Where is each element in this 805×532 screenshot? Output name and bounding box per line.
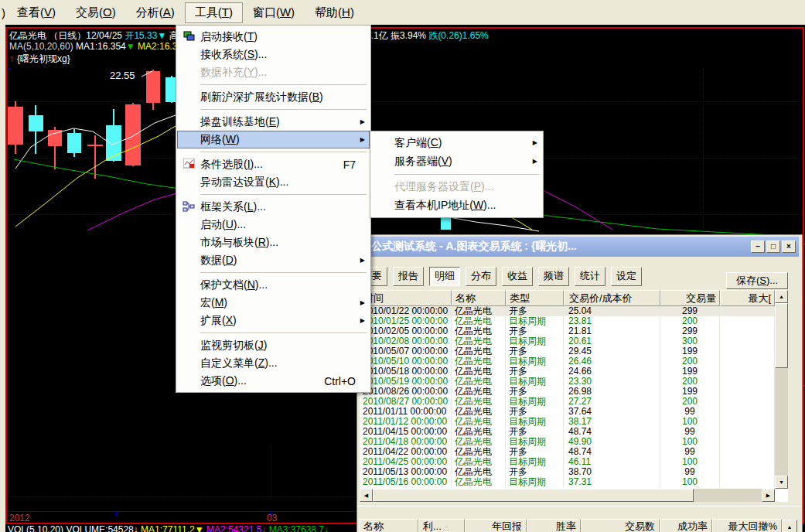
- table-row[interactable]: 2010/01/25 00:00:00亿晶光电目标周期23.81200: [360, 316, 775, 326]
- table-cell: 亿晶光电: [452, 367, 506, 377]
- table-cell: 开多: [506, 326, 564, 336]
- table-row[interactable]: 2010/08/27 00:00:00亿晶光电目标周期27.27200: [360, 397, 775, 407]
- table-row[interactable]: 2011/05/13 00:00:00亿晶光电开多38.7099: [360, 467, 775, 477]
- ma-values-line: MA(5,10,20,60) MA1:16.354▼ MA2:16.33: [9, 41, 182, 52]
- column-header[interactable]: 时间: [360, 290, 452, 306]
- summary-column-header[interactable]: 利...△: [418, 519, 465, 532]
- blank-icon: [177, 91, 200, 104]
- menu-item: 数据补充(Y)...: [177, 63, 370, 81]
- table-row[interactable]: 2011/04/15 00:00:00亿晶光电开多48.7499: [360, 427, 775, 437]
- summary-column-header[interactable]: 最大回撤%: [712, 519, 782, 532]
- menu-item[interactable]: 宏(M)▶: [177, 294, 370, 312]
- scroll-right-button[interactable]: ▶: [762, 489, 775, 502]
- table-cell: 开多: [506, 407, 564, 417]
- column-header[interactable]: 最大[: [720, 290, 775, 306]
- price-label: 22.55: [110, 70, 135, 81]
- menu-item[interactable]: 扩展(X)▶: [177, 312, 370, 329]
- menu-item[interactable]: 异动雷达设置(K)...: [177, 173, 370, 191]
- table-row[interactable]: 2011/05/16 00:00:00亿晶光电目标周期37.31100: [360, 477, 775, 487]
- summary-column-header[interactable]: 胜率: [527, 519, 581, 532]
- menu-item[interactable]: 客户端(C)▶: [371, 134, 542, 152]
- vertical-scrollbar[interactable]: ▲ ▼: [775, 290, 788, 489]
- table-cell: 99: [660, 467, 720, 477]
- menubar-item[interactable]: 帮助(H): [305, 2, 364, 23]
- table-cell: 亿晶光电: [452, 467, 506, 477]
- menu-separator: [394, 174, 539, 175]
- signal-text: {曙光初现xg}: [17, 53, 70, 64]
- save-button[interactable]: 保存(S)...: [726, 272, 788, 289]
- menu-item[interactable]: 市场与板块(R)...: [177, 234, 370, 251]
- menu-item[interactable]: 接收系统(S)...: [177, 46, 370, 63]
- menu-item[interactable]: 启动(U)...: [177, 216, 370, 234]
- tab-统计[interactable]: 统计: [575, 267, 605, 286]
- menu-item[interactable]: 启动接收(T): [177, 28, 370, 46]
- table-row[interactable]: 2011/01/12 00:00:00亿晶光电目标周期38.17100: [360, 417, 775, 427]
- menu-item[interactable]: 保护文档(N)...: [177, 276, 370, 294]
- horizontal-scrollbar[interactable]: ◀ ▶: [360, 489, 775, 502]
- h-scrollbar-track[interactable]: [694, 489, 762, 502]
- menu-item[interactable]: 选项(O)...Ctrl+O: [177, 372, 370, 390]
- menubar-item[interactable]: 工具(T): [185, 2, 243, 23]
- table-row[interactable]: 2010/05/19 00:00:00亿晶光电目标周期23.30200: [360, 377, 775, 387]
- dialog-titlebar[interactable]: 公式测试系统 - A.图表交易系统 : {曙光初... – □ ×: [359, 237, 799, 257]
- table-cell: [720, 306, 775, 316]
- table-row[interactable]: 2010/05/07 00:00:00亿晶光电开多29.45199: [360, 346, 775, 356]
- summary-column-header[interactable]: 名称: [359, 519, 418, 532]
- menu-item-label: 自定义菜单(Z)...: [200, 356, 278, 370]
- table-row[interactable]: 2010/02/05 00:00:00亿晶光电开多21.81299: [360, 326, 775, 336]
- summary-scroll-up-button[interactable]: ▲: [782, 520, 797, 532]
- minimize-button[interactable]: –: [751, 240, 765, 253]
- scroll-left-button[interactable]: ◀: [360, 489, 373, 502]
- scroll-up-button[interactable]: ▲: [775, 290, 788, 303]
- column-header[interactable]: 类型: [506, 290, 564, 306]
- maximize-button[interactable]: □: [766, 240, 780, 253]
- tab-报告[interactable]: 报告: [393, 267, 424, 286]
- menubar-item[interactable]: 交易(O): [66, 2, 126, 23]
- table-row[interactable]: 2010/05/18 00:00:00亿晶光电开多24.66199: [360, 367, 775, 377]
- menu-item[interactable]: 刷新沪深扩展统计数据(B): [177, 88, 370, 106]
- table-row[interactable]: 2010/08/26 00:00:00亿晶光电开多26.98199: [360, 387, 775, 397]
- menu-item[interactable]: 条件选股(I)...F7: [177, 155, 370, 173]
- table-row[interactable]: 2011/01/11 00:00:00亿晶光电开多37.6499: [360, 407, 775, 417]
- table-row[interactable]: 2011/04/18 00:00:00亿晶光电目标周期49.90100: [360, 437, 775, 447]
- summary-column-header[interactable]: 交易数: [581, 519, 660, 532]
- tab-收益[interactable]: 收益: [502, 267, 533, 286]
- column-header[interactable]: 交易价/成本价: [564, 290, 660, 306]
- table-header: 时间名称类型交易价/成本价交易量最大[: [360, 290, 775, 306]
- table-cell: 2010/02/05 00:00:00: [360, 326, 452, 336]
- table-cell: 目标周期: [506, 437, 564, 447]
- tab-明细[interactable]: 明细: [429, 267, 460, 286]
- close-button[interactable]: ×: [782, 240, 796, 253]
- menubar-item[interactable]: 窗口(W): [243, 2, 305, 23]
- table-row[interactable]: 2010/01/22 00:00:00亿晶光电开多25.04299: [360, 306, 775, 316]
- table-row[interactable]: 2011/04/25 00:00:00亿晶光电目标周期46.11100: [360, 457, 775, 467]
- column-header[interactable]: 名称: [452, 290, 506, 306]
- tab-设定[interactable]: 设定: [611, 267, 642, 286]
- menu-item[interactable]: 网络(W)▶: [177, 131, 370, 148]
- menu-item[interactable]: 查看本机IP地址(W)...: [371, 196, 542, 215]
- menu-item[interactable]: 服务器端(V)▶: [371, 152, 542, 171]
- tab-频谱[interactable]: 频谱: [538, 267, 569, 286]
- summary-column-header[interactable]: 年回报: [465, 519, 527, 532]
- table-body: 2010/01/22 00:00:00亿晶光电开多25.042992010/01…: [360, 306, 775, 489]
- menu-item[interactable]: 数据(D)▶: [177, 251, 370, 269]
- tab-分布[interactable]: 分布: [466, 267, 496, 286]
- summary-column-header[interactable]: 成功率: [660, 519, 712, 532]
- menu-item[interactable]: 操盘训练基地(E)▶: [177, 113, 370, 131]
- menubar-item[interactable]: 查看(V): [7, 2, 66, 23]
- menu-item[interactable]: 监视剪切板(J): [177, 336, 370, 354]
- menubar-item[interactable]: 分析(A): [126, 2, 185, 23]
- menubar-item-partial[interactable]: ): [0, 3, 7, 22]
- menu-item-label: 条件选股(I)...: [200, 158, 263, 172]
- scroll-down-button[interactable]: ▼: [775, 476, 788, 489]
- menu-item[interactable]: 自定义菜单(Z)...: [177, 354, 370, 372]
- menu-item[interactable]: 框架关系(L)...: [177, 198, 370, 216]
- h-scrollbar-thumb[interactable]: [373, 489, 694, 502]
- table-row[interactable]: 2010/05/10 00:00:00亿晶光电目标周期26.46200: [360, 356, 775, 367]
- v-scrollbar-thumb[interactable]: [775, 303, 788, 368]
- table-row[interactable]: 2011/04/22 00:00:00亿晶光电开多48.7499: [360, 447, 775, 457]
- column-header[interactable]: 交易量: [660, 290, 720, 306]
- table-cell: [720, 377, 775, 387]
- sort-indicator-icon: △: [444, 523, 449, 531]
- table-row[interactable]: 2010/02/08 00:00:00亿晶光电目标周期20.61300: [360, 336, 775, 346]
